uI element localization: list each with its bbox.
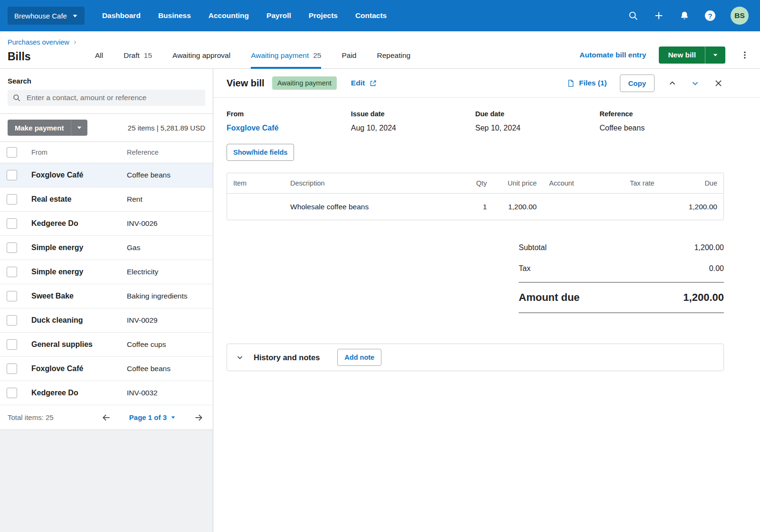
- col-header-description: Description: [284, 179, 465, 187]
- tab-label: All: [95, 51, 103, 60]
- select-all-checkbox[interactable]: [7, 147, 17, 158]
- next-bill-button[interactable]: [690, 78, 700, 88]
- new-bill-dropdown-button[interactable]: [705, 47, 725, 64]
- row-reference: INV-0026: [127, 219, 213, 228]
- row-from: Simple energy: [31, 268, 127, 276]
- nav-projects[interactable]: Projects: [309, 11, 338, 20]
- previous-page-button[interactable]: [101, 412, 112, 423]
- tab-all[interactable]: All: [95, 51, 103, 69]
- tabs: AllDraft15Awaiting approvalAwaiting paym…: [95, 51, 410, 68]
- plus-icon: [654, 10, 664, 21]
- row-checkbox[interactable]: [7, 218, 17, 229]
- bill-list-row[interactable]: Kedgeree Do INV-0032: [0, 381, 213, 405]
- bill-list-row[interactable]: Simple energy Electricity: [0, 260, 213, 284]
- tab-count: 15: [144, 51, 152, 60]
- make-payment-dropdown-button[interactable]: [71, 120, 87, 136]
- row-checkbox-cell: [0, 339, 31, 350]
- row-checkbox[interactable]: [7, 339, 17, 350]
- kebab-icon: [740, 50, 750, 60]
- items-summary: 25 items | 5,281.89 USD: [128, 124, 205, 132]
- items-table-rows: Wholesale coffee beans11,200.001,200.00: [227, 194, 723, 220]
- nav-payroll[interactable]: Payroll: [266, 11, 291, 20]
- close-button[interactable]: [713, 78, 724, 89]
- row-checkbox[interactable]: [7, 364, 17, 374]
- chevron-down-icon: [72, 13, 78, 19]
- create-new-button[interactable]: [654, 10, 664, 21]
- tab-awaiting-approval[interactable]: Awaiting approval: [172, 51, 230, 69]
- nav-dashboard[interactable]: Dashboard: [102, 11, 141, 20]
- bill-list-row[interactable]: Kedgeree Do INV-0026: [0, 212, 213, 236]
- bill-list-row[interactable]: Sweet Bake Baking ingredients: [0, 284, 213, 308]
- tab-repeating[interactable]: Repeating: [377, 51, 411, 69]
- avatar[interactable]: BS: [731, 7, 749, 25]
- tab-label: Repeating: [377, 51, 411, 60]
- col-header-due: Due: [678, 179, 723, 187]
- row-checkbox[interactable]: [7, 267, 17, 277]
- row-checkbox[interactable]: [7, 388, 17, 398]
- collapse-toggle[interactable]: [236, 354, 244, 361]
- files-link[interactable]: Files (1): [567, 79, 607, 87]
- help-button[interactable]: ?: [705, 10, 715, 21]
- previous-bill-button[interactable]: [667, 78, 677, 88]
- tab-awaiting-payment[interactable]: Awaiting payment25: [251, 51, 321, 69]
- row-from: Sweet Bake: [31, 292, 127, 300]
- search-block: Search: [0, 69, 213, 114]
- line-item-row: Wholesale coffee beans11,200.001,200.00: [227, 194, 723, 220]
- search-button[interactable]: [628, 10, 638, 21]
- col-header-tax-rate: Tax rate: [624, 179, 678, 187]
- row-checkbox[interactable]: [7, 170, 17, 180]
- edit-link[interactable]: Edit: [351, 79, 377, 87]
- new-bill-split-button: New bill: [659, 47, 725, 64]
- automate-bill-entry-link[interactable]: Automate bill entry: [580, 51, 646, 59]
- tab-paid[interactable]: Paid: [342, 51, 356, 69]
- page-header: Purchases overview Bills AllDraft15Await…: [0, 31, 760, 69]
- row-checkbox[interactable]: [7, 315, 17, 326]
- new-bill-button[interactable]: New bill: [659, 47, 705, 64]
- tax-row: Tax 0.00: [519, 258, 724, 279]
- org-switcher-button[interactable]: Brewhouse Cafe: [8, 7, 85, 25]
- line-item-cell: 1: [465, 203, 493, 211]
- close-icon: [714, 79, 723, 88]
- make-payment-button[interactable]: Make payment: [8, 120, 71, 136]
- nav-contacts[interactable]: Contacts: [355, 11, 387, 20]
- contact-link[interactable]: Foxglove Café: [227, 124, 351, 132]
- more-options-button[interactable]: [738, 48, 751, 62]
- copy-button[interactable]: Copy: [620, 75, 655, 92]
- bill-list-row[interactable]: Real estate Rent: [0, 187, 213, 212]
- bill-field: From Foxglove Café: [227, 110, 351, 132]
- bill-list-row[interactable]: Foxglove Café Coffee beans: [0, 163, 213, 187]
- totals-block: Subtotal 1,200.00 Tax 0.00 Amount due 1,…: [519, 237, 724, 313]
- total-items-label: Total items: 25: [8, 413, 101, 421]
- search-input[interactable]: [26, 93, 200, 103]
- field-value: Aug 10, 2024: [351, 124, 475, 132]
- row-reference: Rent: [127, 195, 213, 204]
- bill-list-row[interactable]: General supplies Coffee cups: [0, 333, 213, 357]
- amount-due-label: Amount due: [519, 291, 580, 304]
- next-page-button[interactable]: [193, 412, 204, 423]
- row-checkbox[interactable]: [7, 291, 17, 301]
- col-header-item: Item: [227, 179, 284, 187]
- show-hide-fields-button[interactable]: Show/hide fields: [227, 144, 294, 161]
- nav-accounting[interactable]: Accounting: [209, 11, 249, 20]
- tax-label: Tax: [519, 264, 531, 273]
- add-note-button[interactable]: Add note: [337, 349, 381, 366]
- bill-list-row[interactable]: Duck cleaning INV-0029: [0, 308, 213, 333]
- row-from: General supplies: [31, 340, 127, 349]
- row-from: Real estate: [31, 195, 127, 204]
- notifications-button[interactable]: [679, 10, 690, 21]
- bill-fields: From Foxglove Café Issue date Aug 10, 20…: [227, 110, 724, 132]
- org-name: Brewhouse Cafe: [14, 12, 67, 20]
- bill-list-row[interactable]: Foxglove Café Coffee beans: [0, 357, 213, 381]
- sidebar-filler: [0, 430, 213, 532]
- tab-draft[interactable]: Draft15: [124, 51, 152, 69]
- page-selector[interactable]: Page 1 of 3: [126, 413, 179, 422]
- row-checkbox[interactable]: [7, 194, 17, 205]
- nav-business[interactable]: Business: [158, 11, 191, 20]
- tab-count: 25: [313, 51, 321, 60]
- bill-list-row[interactable]: Simple energy Gas: [0, 236, 213, 260]
- breadcrumb[interactable]: Purchases overview: [8, 38, 77, 46]
- field-value: Sep 10, 2024: [475, 124, 600, 132]
- row-checkbox[interactable]: [7, 243, 17, 253]
- history-and-notes: History and notes Add note: [227, 344, 724, 371]
- row-from: Kedgeree Do: [31, 219, 127, 228]
